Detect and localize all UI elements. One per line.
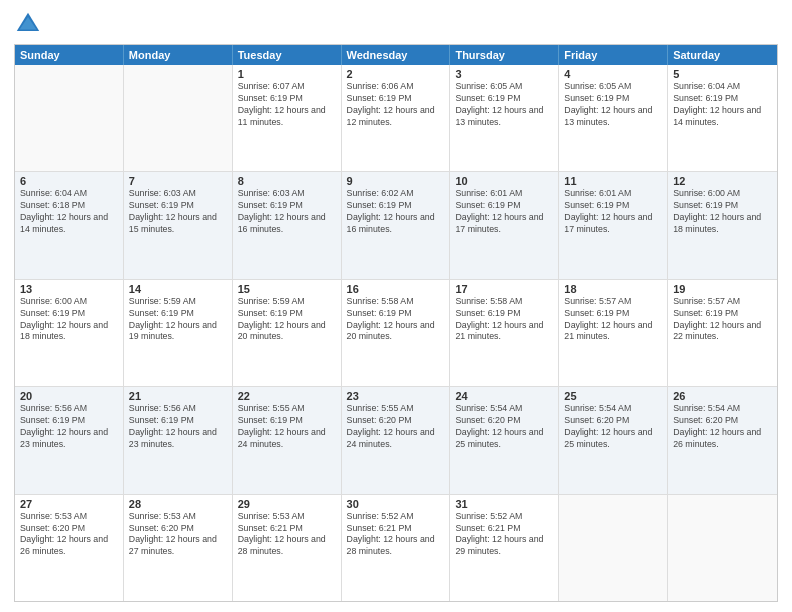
calendar-row-0: 1Sunrise: 6:07 AM Sunset: 6:19 PM Daylig…	[15, 65, 777, 171]
day-number: 2	[347, 68, 445, 80]
calendar-cell: 3Sunrise: 6:05 AM Sunset: 6:19 PM Daylig…	[450, 65, 559, 171]
calendar-cell	[559, 495, 668, 601]
day-info: Sunrise: 5:54 AM Sunset: 6:20 PM Dayligh…	[673, 403, 772, 451]
day-info: Sunrise: 5:52 AM Sunset: 6:21 PM Dayligh…	[455, 511, 553, 559]
day-number: 6	[20, 175, 118, 187]
weekday-header-wednesday: Wednesday	[342, 45, 451, 65]
day-info: Sunrise: 5:59 AM Sunset: 6:19 PM Dayligh…	[238, 296, 336, 344]
calendar-cell: 1Sunrise: 6:07 AM Sunset: 6:19 PM Daylig…	[233, 65, 342, 171]
calendar-cell: 6Sunrise: 6:04 AM Sunset: 6:18 PM Daylig…	[15, 172, 124, 278]
day-info: Sunrise: 5:58 AM Sunset: 6:19 PM Dayligh…	[455, 296, 553, 344]
calendar-row-3: 20Sunrise: 5:56 AM Sunset: 6:19 PM Dayli…	[15, 386, 777, 493]
day-info: Sunrise: 5:56 AM Sunset: 6:19 PM Dayligh…	[129, 403, 227, 451]
calendar-cell: 23Sunrise: 5:55 AM Sunset: 6:20 PM Dayli…	[342, 387, 451, 493]
calendar-cell: 12Sunrise: 6:00 AM Sunset: 6:19 PM Dayli…	[668, 172, 777, 278]
day-info: Sunrise: 6:07 AM Sunset: 6:19 PM Dayligh…	[238, 81, 336, 129]
day-number: 18	[564, 283, 662, 295]
day-info: Sunrise: 5:54 AM Sunset: 6:20 PM Dayligh…	[564, 403, 662, 451]
day-number: 5	[673, 68, 772, 80]
calendar-cell: 17Sunrise: 5:58 AM Sunset: 6:19 PM Dayli…	[450, 280, 559, 386]
calendar: SundayMondayTuesdayWednesdayThursdayFrid…	[14, 44, 778, 602]
calendar-cell: 14Sunrise: 5:59 AM Sunset: 6:19 PM Dayli…	[124, 280, 233, 386]
day-number: 28	[129, 498, 227, 510]
day-info: Sunrise: 5:55 AM Sunset: 6:19 PM Dayligh…	[238, 403, 336, 451]
calendar-cell: 30Sunrise: 5:52 AM Sunset: 6:21 PM Dayli…	[342, 495, 451, 601]
calendar-cell: 9Sunrise: 6:02 AM Sunset: 6:19 PM Daylig…	[342, 172, 451, 278]
day-info: Sunrise: 6:00 AM Sunset: 6:19 PM Dayligh…	[20, 296, 118, 344]
weekday-header-saturday: Saturday	[668, 45, 777, 65]
calendar-cell: 4Sunrise: 6:05 AM Sunset: 6:19 PM Daylig…	[559, 65, 668, 171]
day-number: 1	[238, 68, 336, 80]
logo	[14, 10, 46, 38]
calendar-cell	[668, 495, 777, 601]
day-number: 15	[238, 283, 336, 295]
day-info: Sunrise: 5:52 AM Sunset: 6:21 PM Dayligh…	[347, 511, 445, 559]
day-number: 13	[20, 283, 118, 295]
day-number: 23	[347, 390, 445, 402]
calendar-cell: 24Sunrise: 5:54 AM Sunset: 6:20 PM Dayli…	[450, 387, 559, 493]
day-info: Sunrise: 6:02 AM Sunset: 6:19 PM Dayligh…	[347, 188, 445, 236]
weekday-header-tuesday: Tuesday	[233, 45, 342, 65]
calendar-cell	[15, 65, 124, 171]
day-number: 25	[564, 390, 662, 402]
day-number: 22	[238, 390, 336, 402]
calendar-cell: 8Sunrise: 6:03 AM Sunset: 6:19 PM Daylig…	[233, 172, 342, 278]
calendar-cell: 19Sunrise: 5:57 AM Sunset: 6:19 PM Dayli…	[668, 280, 777, 386]
calendar-header: SundayMondayTuesdayWednesdayThursdayFrid…	[15, 45, 777, 65]
day-info: Sunrise: 5:55 AM Sunset: 6:20 PM Dayligh…	[347, 403, 445, 451]
day-number: 27	[20, 498, 118, 510]
day-info: Sunrise: 5:53 AM Sunset: 6:21 PM Dayligh…	[238, 511, 336, 559]
day-info: Sunrise: 5:53 AM Sunset: 6:20 PM Dayligh…	[20, 511, 118, 559]
calendar-cell: 10Sunrise: 6:01 AM Sunset: 6:19 PM Dayli…	[450, 172, 559, 278]
calendar-cell: 26Sunrise: 5:54 AM Sunset: 6:20 PM Dayli…	[668, 387, 777, 493]
calendar-cell: 2Sunrise: 6:06 AM Sunset: 6:19 PM Daylig…	[342, 65, 451, 171]
day-number: 10	[455, 175, 553, 187]
calendar-cell: 22Sunrise: 5:55 AM Sunset: 6:19 PM Dayli…	[233, 387, 342, 493]
weekday-header-monday: Monday	[124, 45, 233, 65]
day-number: 12	[673, 175, 772, 187]
calendar-cell: 31Sunrise: 5:52 AM Sunset: 6:21 PM Dayli…	[450, 495, 559, 601]
day-info: Sunrise: 6:03 AM Sunset: 6:19 PM Dayligh…	[238, 188, 336, 236]
day-info: Sunrise: 5:57 AM Sunset: 6:19 PM Dayligh…	[564, 296, 662, 344]
calendar-cell: 20Sunrise: 5:56 AM Sunset: 6:19 PM Dayli…	[15, 387, 124, 493]
calendar-cell: 7Sunrise: 6:03 AM Sunset: 6:19 PM Daylig…	[124, 172, 233, 278]
day-number: 31	[455, 498, 553, 510]
weekday-header-friday: Friday	[559, 45, 668, 65]
day-info: Sunrise: 5:58 AM Sunset: 6:19 PM Dayligh…	[347, 296, 445, 344]
day-number: 20	[20, 390, 118, 402]
day-number: 14	[129, 283, 227, 295]
calendar-cell: 16Sunrise: 5:58 AM Sunset: 6:19 PM Dayli…	[342, 280, 451, 386]
day-info: Sunrise: 6:06 AM Sunset: 6:19 PM Dayligh…	[347, 81, 445, 129]
calendar-body: 1Sunrise: 6:07 AM Sunset: 6:19 PM Daylig…	[15, 65, 777, 601]
logo-icon	[14, 10, 42, 38]
calendar-row-4: 27Sunrise: 5:53 AM Sunset: 6:20 PM Dayli…	[15, 494, 777, 601]
calendar-cell: 5Sunrise: 6:04 AM Sunset: 6:19 PM Daylig…	[668, 65, 777, 171]
calendar-cell: 21Sunrise: 5:56 AM Sunset: 6:19 PM Dayli…	[124, 387, 233, 493]
day-info: Sunrise: 6:01 AM Sunset: 6:19 PM Dayligh…	[455, 188, 553, 236]
day-info: Sunrise: 6:03 AM Sunset: 6:19 PM Dayligh…	[129, 188, 227, 236]
calendar-row-2: 13Sunrise: 6:00 AM Sunset: 6:19 PM Dayli…	[15, 279, 777, 386]
day-info: Sunrise: 5:59 AM Sunset: 6:19 PM Dayligh…	[129, 296, 227, 344]
calendar-cell: 11Sunrise: 6:01 AM Sunset: 6:19 PM Dayli…	[559, 172, 668, 278]
calendar-cell: 25Sunrise: 5:54 AM Sunset: 6:20 PM Dayli…	[559, 387, 668, 493]
page: SundayMondayTuesdayWednesdayThursdayFrid…	[0, 0, 792, 612]
day-info: Sunrise: 6:04 AM Sunset: 6:18 PM Dayligh…	[20, 188, 118, 236]
calendar-cell: 27Sunrise: 5:53 AM Sunset: 6:20 PM Dayli…	[15, 495, 124, 601]
day-info: Sunrise: 6:01 AM Sunset: 6:19 PM Dayligh…	[564, 188, 662, 236]
day-info: Sunrise: 6:05 AM Sunset: 6:19 PM Dayligh…	[564, 81, 662, 129]
day-number: 30	[347, 498, 445, 510]
day-info: Sunrise: 6:00 AM Sunset: 6:19 PM Dayligh…	[673, 188, 772, 236]
calendar-cell	[124, 65, 233, 171]
day-number: 29	[238, 498, 336, 510]
calendar-cell: 13Sunrise: 6:00 AM Sunset: 6:19 PM Dayli…	[15, 280, 124, 386]
day-info: Sunrise: 6:04 AM Sunset: 6:19 PM Dayligh…	[673, 81, 772, 129]
calendar-cell: 15Sunrise: 5:59 AM Sunset: 6:19 PM Dayli…	[233, 280, 342, 386]
day-number: 21	[129, 390, 227, 402]
calendar-cell: 18Sunrise: 5:57 AM Sunset: 6:19 PM Dayli…	[559, 280, 668, 386]
calendar-cell: 29Sunrise: 5:53 AM Sunset: 6:21 PM Dayli…	[233, 495, 342, 601]
day-number: 3	[455, 68, 553, 80]
day-info: Sunrise: 5:54 AM Sunset: 6:20 PM Dayligh…	[455, 403, 553, 451]
day-number: 8	[238, 175, 336, 187]
day-info: Sunrise: 5:56 AM Sunset: 6:19 PM Dayligh…	[20, 403, 118, 451]
day-number: 9	[347, 175, 445, 187]
